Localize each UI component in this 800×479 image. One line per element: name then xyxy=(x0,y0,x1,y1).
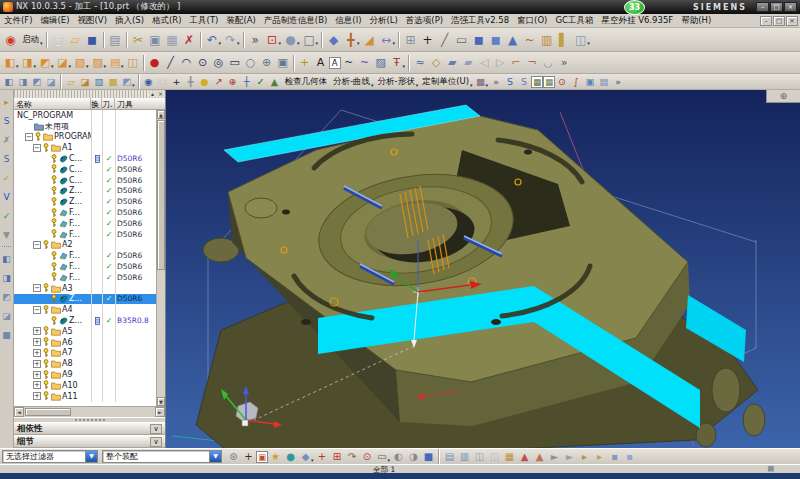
layout-icon[interactable]: ⊞ xyxy=(402,31,419,48)
start-button[interactable]: 启动 xyxy=(19,33,42,47)
wcs-rotate-icon[interactable]: ◩ xyxy=(30,75,44,88)
more3-icon[interactable]: » xyxy=(611,75,625,88)
tree-row[interactable]: C...✓D50R6 xyxy=(14,175,156,186)
menu-item-4[interactable]: 格式(R) xyxy=(148,15,186,27)
tree-row[interactable]: F...✓D50R6 xyxy=(14,229,156,240)
menu-item-13[interactable]: GC工具箱 xyxy=(551,15,597,27)
menu-item-6[interactable]: 装配(A) xyxy=(222,15,259,27)
print-icon[interactable]: ▤ xyxy=(107,31,124,48)
expand-icon[interactable]: + xyxy=(33,338,41,346)
cube-view-icon-1[interactable]: ◧ xyxy=(0,249,13,268)
dropdown-arrow-icon[interactable]: ▾ xyxy=(121,63,124,69)
shears-icon[interactable]: ✗ xyxy=(0,130,13,149)
column-toolchange[interactable]: 换 xyxy=(91,98,102,109)
funnel-icon[interactable]: ▼ xyxy=(0,225,13,244)
analyze-shape-button[interactable]: 分析-形状 xyxy=(375,75,418,89)
tree-row[interactable]: C...✓D50R6 xyxy=(14,153,156,164)
profile-icon[interactable]: ○ xyxy=(243,55,259,70)
vericut-icon[interactable]: V xyxy=(0,187,13,206)
hide-toolpath-icon[interactable]: S xyxy=(517,75,531,88)
cube-view-icon-2[interactable]: ◨ xyxy=(0,268,13,287)
chevron-down-icon[interactable]: ∨ xyxy=(150,424,162,434)
scope-dropdown-icon[interactable]: ▼ xyxy=(209,451,221,462)
dropdown-arrow-icon[interactable]: ▾ xyxy=(219,40,222,46)
tree-row[interactable]: Z...✓B35R0.8 xyxy=(14,315,156,326)
blue-box2-icon[interactable]: ▤ xyxy=(597,75,611,88)
selection-filter-combo[interactable]: 无选择过滤器 ▼ xyxy=(2,450,98,463)
scroll-right-icon[interactable]: ► xyxy=(155,407,165,417)
step-icon[interactable]: ▸ xyxy=(577,450,592,464)
spline-icon[interactable]: ~ xyxy=(341,55,357,70)
tree-row[interactable]: Z...✓D50R6 xyxy=(14,186,156,197)
status-grid-icon[interactable]: ▤ xyxy=(767,465,774,473)
dropdown-arrow-icon[interactable]: ▾ xyxy=(416,82,419,88)
dropdown-arrow-icon[interactable]: ▾ xyxy=(237,40,240,46)
expand-icon[interactable]: + xyxy=(33,360,41,368)
tree-row[interactable]: NC_PROGRAM xyxy=(14,110,156,121)
tree-row[interactable]: −A4 xyxy=(14,304,156,315)
arc-icon[interactable]: ◠ xyxy=(179,55,195,70)
nx-logo-icon[interactable]: ◉ xyxy=(2,31,19,48)
tree-row[interactable]: F...✓D50R6 xyxy=(14,218,156,229)
boolean-icon[interactable]: ⊕ xyxy=(259,55,275,70)
tree-row[interactable]: F...✓D50R6 xyxy=(14,261,156,272)
collapse-icon[interactable]: − xyxy=(33,284,41,292)
dropdown-arrow-icon[interactable]: ▾ xyxy=(393,40,396,46)
arrow-ne-icon[interactable]: ↗ xyxy=(212,75,226,88)
filter-dropdown-icon[interactable]: ▼ xyxy=(85,451,97,462)
menu-item-0[interactable]: 文件(F) xyxy=(0,15,37,27)
expand-icon[interactable]: + xyxy=(33,392,41,400)
dropdown-arrow-icon[interactable]: ▾ xyxy=(51,63,54,69)
new-file-icon[interactable]: ▢ xyxy=(50,31,67,48)
hatch-box-icon[interactable]: ▦ xyxy=(531,76,543,88)
scroll-left-icon[interactable]: ◄ xyxy=(14,407,24,417)
point-icon[interactable]: + xyxy=(419,31,436,48)
menu-item-12[interactable]: 窗口(O) xyxy=(513,15,551,27)
paste-icon[interactable]: ▦ xyxy=(164,31,181,48)
delete-icon[interactable]: ✗ xyxy=(181,31,198,48)
tree-row[interactable]: +A6 xyxy=(14,337,156,348)
circle-red-icon[interactable]: ⊙ xyxy=(555,75,569,88)
open-file-icon[interactable]: ▱ xyxy=(67,31,84,48)
custom-units-button[interactable]: 定制单位(U) xyxy=(419,75,472,89)
sweep-icon[interactable]: ~ xyxy=(521,31,538,48)
tree-row[interactable]: +A7 xyxy=(14,348,156,359)
doc-pair-icon[interactable]: ▤ xyxy=(442,450,457,464)
tree-row[interactable]: F...✓D50R6 xyxy=(14,250,156,261)
cube-view-icon-5[interactable]: ■ xyxy=(0,325,13,344)
tree-row[interactable]: F...✓D50R6 xyxy=(14,272,156,283)
check-chart-icon[interactable]: ✓ xyxy=(0,168,13,187)
cube-blue-icon[interactable]: ■ xyxy=(421,450,436,464)
crosshair-icon[interactable]: ┼ xyxy=(240,75,254,88)
verify-icon[interactable]: ✓ xyxy=(0,206,13,225)
tree-row[interactable]: −A2 xyxy=(14,240,156,251)
tree-row[interactable]: −A1 xyxy=(14,142,156,153)
xyz-icon[interactable]: + xyxy=(297,55,313,70)
circle-select-icon[interactable]: ⊙ xyxy=(360,450,375,464)
selection-scope-combo[interactable]: 整个装配 ▼ xyxy=(102,450,222,463)
dropdown-arrow-icon[interactable]: ▾ xyxy=(311,457,314,463)
wcs-dynamics-icon[interactable]: ◨ xyxy=(16,75,30,88)
tree-row[interactable]: +A11 xyxy=(14,391,156,402)
collapse-icon[interactable]: − xyxy=(33,241,41,249)
expand-icon[interactable]: + xyxy=(33,327,41,335)
fullscreen-gear-button[interactable]: ⊛ xyxy=(766,90,800,103)
face-icon[interactable]: ▷ xyxy=(492,55,508,70)
flow-icon[interactable]: ▰ xyxy=(460,55,476,70)
dot2-icon[interactable]: ▪ xyxy=(622,450,637,464)
dropdown-arrow-icon[interactable]: ▾ xyxy=(69,63,72,69)
cad-model-canvas[interactable] xyxy=(166,90,800,448)
tri-red-icon[interactable]: ▲ xyxy=(517,450,532,464)
wcs-origin-icon[interactable]: ◪ xyxy=(44,75,58,88)
sew-icon[interactable]: ◇ xyxy=(428,55,444,70)
hatch-icon[interactable]: ▨ xyxy=(373,55,389,70)
cross-icon[interactable]: ╋ xyxy=(184,75,198,88)
ellipse-icon[interactable]: ◎ xyxy=(211,55,227,70)
notes-icon[interactable]: S xyxy=(0,149,13,168)
cube-view-icon-3[interactable]: ◩ xyxy=(0,287,13,306)
dropdown-arrow-icon[interactable]: ▾ xyxy=(371,82,374,88)
mdi-restore-button[interactable]: □ xyxy=(773,16,785,26)
tree-row[interactable]: F...✓D50R6 xyxy=(14,207,156,218)
move-component-icon[interactable]: ◆ xyxy=(325,31,342,48)
dropdown-arrow-icon[interactable]: ▾ xyxy=(16,63,19,69)
